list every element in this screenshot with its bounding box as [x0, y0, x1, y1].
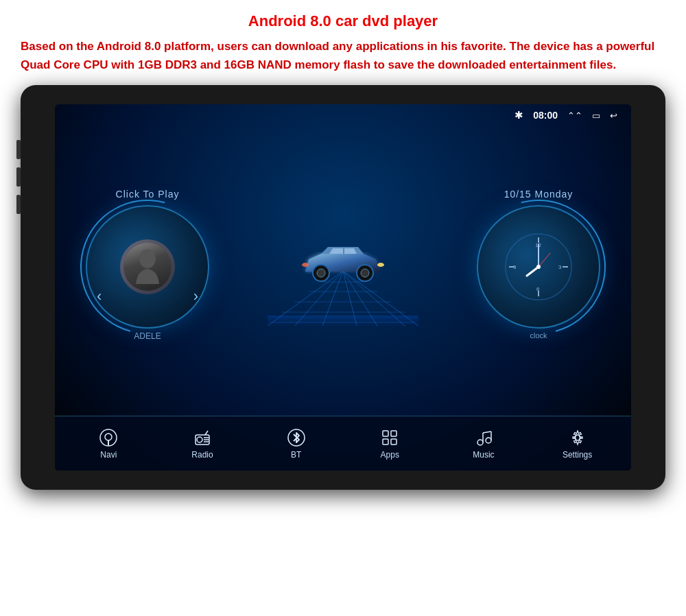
- nav-item-settings[interactable]: Settings: [557, 428, 598, 460]
- main-content: Click To Play: [55, 126, 631, 416]
- status-bar: ✱ 08:00 ⌃⌃ ▭ ↩: [55, 104, 631, 126]
- music-icon: [474, 428, 493, 447]
- navi-icon: [99, 428, 118, 447]
- nav-item-music[interactable]: Music: [463, 428, 504, 460]
- svg-point-37: [197, 437, 202, 442]
- clock-circle: 12 3 6 9: [477, 205, 600, 329]
- settings-label: Settings: [563, 450, 592, 460]
- apps-label: Apps: [381, 450, 399, 460]
- svg-point-17: [361, 269, 369, 277]
- music-widget[interactable]: Click To Play: [69, 189, 226, 353]
- car-icon: [295, 239, 391, 289]
- svg-point-0: [139, 249, 156, 268]
- svg-line-41: [205, 431, 208, 435]
- svg-point-47: [477, 440, 483, 445]
- svg-point-34: [105, 434, 112, 440]
- svg-point-15: [317, 269, 325, 277]
- window-icon: ▭: [592, 110, 600, 121]
- person-silhouette: [130, 246, 165, 287]
- svg-rect-13: [268, 316, 418, 326]
- bt-icon: [287, 428, 306, 447]
- nav-item-radio[interactable]: Radio: [182, 428, 223, 460]
- svg-rect-43: [383, 431, 388, 436]
- svg-line-51: [483, 431, 491, 433]
- svg-point-19: [302, 263, 309, 267]
- side-btn-2[interactable]: [16, 167, 21, 187]
- side-btn-1[interactable]: [16, 140, 21, 159]
- svg-rect-44: [391, 431, 397, 436]
- svg-rect-46: [391, 439, 397, 445]
- radio-icon: [193, 428, 212, 447]
- text-section: Android 8.0 car dvd player Based on the …: [0, 0, 686, 81]
- album-art-inner: [123, 243, 172, 291]
- page-title: Android 8.0 car dvd player: [21, 12, 665, 30]
- svg-point-48: [486, 438, 491, 443]
- nav-item-bt[interactable]: BT: [276, 428, 317, 460]
- clock-display: 08:00: [533, 110, 558, 121]
- clock-widget: 10/15 Monday 12: [460, 189, 617, 353]
- side-btn-3[interactable]: [16, 195, 21, 214]
- bottom-nav: Navi Radio: [55, 416, 631, 471]
- next-button[interactable]: ›: [193, 287, 198, 305]
- music-label: Music: [473, 450, 494, 460]
- music-nav: ‹ ›: [87, 287, 208, 305]
- car-platform: [261, 216, 425, 326]
- signal-icon: ⌃⌃: [567, 110, 582, 121]
- music-circle: ‹ ›: [86, 205, 209, 329]
- screen: ✱ 08:00 ⌃⌃ ▭ ↩ Click To Play: [55, 104, 631, 471]
- car-svg: [295, 239, 391, 287]
- album-art: [120, 239, 175, 294]
- car-widget: [226, 216, 460, 326]
- svg-point-18: [377, 263, 384, 267]
- bt-label: BT: [291, 450, 301, 460]
- settings-icon: [568, 428, 587, 447]
- navi-label: Navi: [100, 450, 117, 460]
- device-bezel: ✱ 08:00 ⌃⌃ ▭ ↩ Click To Play: [21, 85, 665, 490]
- bluetooth-icon: ✱: [514, 109, 523, 121]
- music-widget-label: Click To Play: [116, 189, 180, 200]
- radio-label: Radio: [191, 450, 213, 460]
- date-display: 10/15 Monday: [504, 189, 573, 200]
- nav-item-navi[interactable]: Navi: [88, 428, 129, 460]
- nav-item-apps[interactable]: Apps: [369, 428, 410, 460]
- back-icon: ↩: [610, 110, 617, 121]
- side-buttons: [16, 140, 21, 214]
- description-text: Based on the Android 8.0 platform, users…: [21, 37, 665, 74]
- prev-button[interactable]: ‹: [97, 287, 102, 305]
- apps-icon: [380, 428, 399, 447]
- svg-rect-45: [383, 439, 388, 445]
- clock-arc: [447, 176, 630, 359]
- device-wrapper: ✱ 08:00 ⌃⌃ ▭ ↩ Click To Play: [21, 85, 665, 490]
